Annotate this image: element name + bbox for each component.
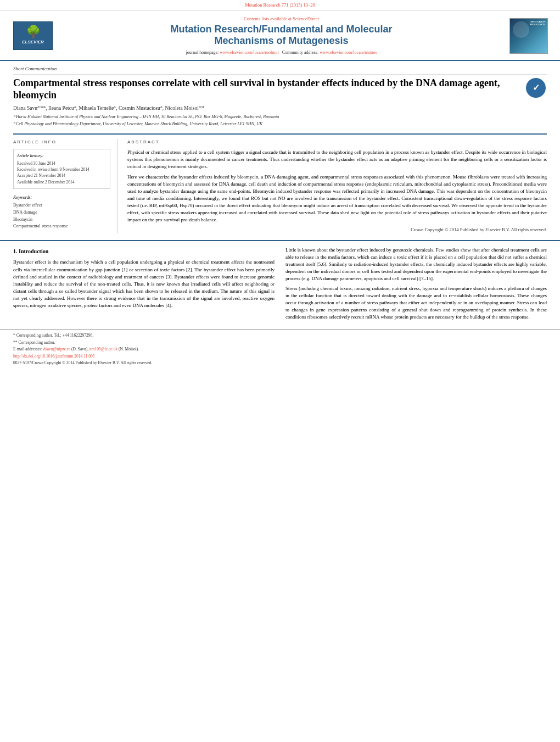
abstract-heading: ABSTRACT — [127, 139, 547, 145]
doi-line: http://dx.doi.org/10.1016/j.mrfmmm.2014.… — [13, 354, 547, 360]
authors-line: Diana Savuᵃ'**, Ileana Petcuᵃ, Mihaela T… — [13, 105, 547, 112]
journal-thumbnail: MUTATION RESEARCH — [508, 16, 549, 55]
header-center: Contents lists available at ScienceDirec… — [61, 16, 501, 55]
journal-name-line2: Mechanisms of Mutagenesis — [214, 35, 348, 46]
article-info-col: ARTICLE INFO Article history: Received 3… — [13, 139, 117, 233]
homepage-label: journal homepage: — [186, 50, 219, 55]
article-body: Short Communication Compartmental stress… — [0, 61, 560, 240]
journal-citation: Mutation Research 771 (2015) 13–20 — [245, 2, 315, 8]
email-label: E-mail addresses: — [13, 347, 42, 352]
email-1-name: (D. Savu), — [71, 347, 88, 352]
keyword-2: DNA damage — [13, 209, 110, 216]
community-label: Community address: — [282, 50, 318, 55]
keyword-3: Bleomycin — [13, 216, 110, 224]
article-info-abstract-cols: ARTICLE INFO Article history: Received 3… — [13, 133, 547, 233]
homepage-url[interactable]: www.elsevier.com/locate/molmut — [220, 50, 278, 55]
elsevier-tree-icon: 🌳 — [26, 26, 41, 38]
email-2-link[interactable]: nm105@le.ac.uk — [89, 347, 117, 352]
abstract-para2: Here we characterize the bystander effec… — [127, 174, 547, 224]
abstract-col: ABSTRACT Physical or chemical stress app… — [127, 139, 547, 233]
keyword-1: Bystander effect — [13, 202, 110, 209]
intro-para2: Little is known about the bystander effe… — [285, 247, 547, 282]
journal-homepage: journal homepage: www.elsevier.com/locat… — [186, 49, 377, 55]
keyword-4: Compartmental stress response — [13, 223, 110, 230]
crossmark-badge: ✓ — [525, 77, 547, 99]
intro-two-col: 1. Introduction Bystander effect is the … — [13, 247, 547, 323]
article-title-section: Compartmental stress responses correlate… — [13, 77, 547, 102]
page-container: Mutation Research 771 (2015) 13–20 🌳 ELS… — [0, 0, 560, 742]
received-date: Received 30 June 2014 — [17, 160, 107, 166]
intro-heading: 1. Introduction — [13, 248, 275, 256]
keywords-block: Keywords: Bystander effect DNA damage Bl… — [13, 194, 110, 230]
thumb-label: MUTATION RESEARCH — [530, 20, 546, 26]
available-date: Available online 2 December 2014 — [17, 179, 107, 185]
abstract-para1: Physical or chemical stress applied to a… — [127, 149, 547, 170]
email-addresses-line: E-mail addresses: dsavu@nipne.ro (D. Sav… — [13, 347, 547, 353]
community-url[interactable]: www.elsevier.com/locate/mutres — [320, 50, 377, 55]
contents-available-label: Contents lists available at ScienceDirec… — [244, 16, 319, 23]
sciencedirect-link[interactable]: ScienceDirect — [293, 16, 319, 21]
elsevier-logo: 🌳 ELSEVIER — [11, 16, 55, 55]
email-1-link[interactable]: dsavu@nipne.ro — [43, 347, 70, 352]
accepted-date: Accepted 21 November 2014 — [17, 172, 107, 178]
journal-title: Mutation Research/Fundamental and Molecu… — [170, 24, 392, 47]
journal-name-line1: Mutation Research/Fundamental and Molecu… — [170, 24, 392, 35]
intro-col-right: Little is known about the bystander effe… — [285, 247, 547, 323]
article-history-block: Article history: Received 30 June 2014 R… — [13, 149, 110, 189]
keywords-label: Keywords: — [13, 194, 110, 200]
elsevier-text: ELSEVIER — [22, 39, 44, 45]
footer-notes: * Corresponding author. Tel.: +44 116222… — [0, 329, 560, 371]
intro-para1: Bystander effect is the mechanism by whi… — [13, 259, 275, 309]
journal-bar: Mutation Research 771 (2015) 13–20 — [0, 0, 560, 10]
doi-url[interactable]: http://dx.doi.org/10.1016/j.mrfmmm.2014.… — [13, 354, 95, 359]
abstract-text: Physical or chemical stress applied to a… — [127, 149, 547, 224]
authors-text: Diana Savuᵃ'**, Ileana Petcuᵃ, Mihaela T… — [13, 105, 204, 111]
journal-cover-image: MUTATION RESEARCH — [509, 18, 548, 54]
article-info-heading: ARTICLE INFO — [13, 139, 110, 145]
header-section: 🌳 ELSEVIER Contents lists available at S… — [0, 10, 560, 61]
corresponding-author-1: * Corresponding author. Tel.: +44 116222… — [13, 333, 547, 339]
abstract-copyright: Crown Copyright © 2014 Published by Else… — [127, 227, 547, 233]
elsevier-logo-box: 🌳 ELSEVIER — [13, 21, 53, 50]
intro-col-left: 1. Introduction Bystander effect is the … — [13, 247, 275, 323]
corresponding-author-2: ** Corresponding author. — [13, 340, 547, 346]
crossmark-icon: ✓ — [526, 78, 546, 98]
email-2-name: (N. Moisoi). — [119, 347, 139, 352]
intro-para3: Stress (including chemical toxins, ioniz… — [285, 285, 547, 321]
article-history-label: Article history: — [17, 153, 107, 159]
revised-date: Received in revised form 9 November 2014 — [17, 166, 107, 172]
affiliation-b: ᵇ Cell Physiology and Pharmacology Depar… — [13, 121, 547, 127]
article-title: Compartmental stress responses correlate… — [13, 77, 519, 102]
article-type-label: Short Communication — [13, 65, 547, 75]
main-content: 1. Introduction Bystander effect is the … — [0, 240, 560, 329]
affiliation-a: ᵃ Horia Hulubei National Institute of Ph… — [13, 114, 547, 120]
copyright-line: 0027-5107/Crown Copyright © 2014 Publish… — [13, 360, 547, 366]
